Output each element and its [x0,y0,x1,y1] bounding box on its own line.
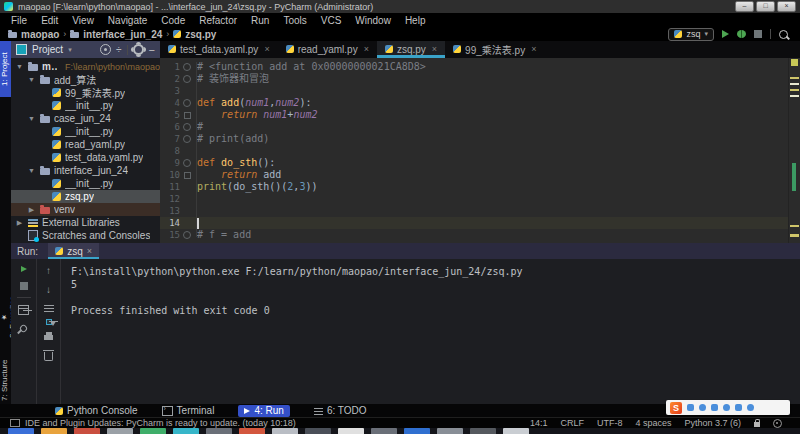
gutter-fold-column[interactable] [180,169,194,181]
run-configuration-select[interactable]: zsq ▾ [668,28,714,41]
code-editor[interactable]: 1# <function add at 0x00000000021CA8D8>2… [160,58,788,243]
editor-tab[interactable]: 99_乘法表.py× [445,41,544,58]
warning-mark[interactable] [790,83,799,85]
taskbar-item[interactable] [173,428,199,434]
menu-item-code[interactable]: Code [154,15,192,26]
notification-window-icon[interactable] [10,419,20,427]
tree-expand-icon[interactable]: ▼ [27,76,36,83]
emoji-icon[interactable] [711,404,718,411]
menu-item-file[interactable]: File [4,15,34,26]
tree-expand-icon[interactable]: ▼ [15,63,24,70]
caret-position[interactable]: 14:1 [530,418,548,428]
fold-marker-icon[interactable] [183,123,191,131]
mic-icon[interactable] [723,404,730,411]
status-message[interactable]: IDE and Plugin Updates: PyCharm is ready… [25,418,296,428]
line-number[interactable]: 7 [160,133,180,145]
tool-button-6-todo[interactable]: 6: TODO [314,405,367,416]
gutter-fold-column[interactable] [180,157,194,169]
tree-item[interactable]: test_data.yaml.py [11,151,160,164]
run-button[interactable] [722,30,729,38]
line-number[interactable]: 2 [160,73,180,85]
line-number[interactable]: 5 [160,109,180,121]
gutter-fold-column[interactable] [180,133,194,145]
editor-tab[interactable]: zsq.py× [377,41,445,58]
line-number[interactable]: 4 [160,97,180,109]
tree-item[interactable]: ▼interface_jun_24 [11,164,160,177]
taskbar-item[interactable] [8,428,34,434]
tree-item[interactable]: __init__.py [11,125,160,138]
taskbar-item[interactable] [107,428,133,434]
vcs-change-mark[interactable] [792,163,796,191]
taskbar-item[interactable] [338,428,364,434]
warning-mark[interactable] [790,225,799,227]
debug-button[interactable] [737,30,746,38]
menu-item-vcs[interactable]: VCS [314,15,349,26]
maximize-button[interactable]: □ [756,1,775,12]
tree-item[interactable]: __init__.py [11,99,160,112]
file-encoding[interactable]: UTF-8 [597,418,623,428]
toolbox-icon[interactable] [747,404,754,411]
event-log-icon[interactable] [773,419,782,428]
gutter-fold-column[interactable] [180,61,194,73]
tree-item[interactable]: Scratches and Consoles [11,229,160,242]
menu-item-run[interactable]: Run [244,15,276,26]
python-interpreter[interactable]: Python 3.7 (6) [684,418,741,428]
line-number[interactable]: 8 [160,145,180,157]
menu-item-window[interactable]: Window [348,15,398,26]
gutter-fold-column[interactable] [180,97,194,109]
stop-icon[interactable] [20,282,28,290]
taskbar-item[interactable] [371,428,397,434]
restore-layout-icon[interactable] [18,305,29,315]
taskbar-item[interactable] [272,428,298,434]
collapse-all-icon[interactable]: ÷ [116,45,122,55]
fold-marker-icon[interactable] [183,75,191,83]
editor-tab[interactable]: test_data.yaml.py× [160,41,278,58]
line-number[interactable]: 11 [160,181,180,193]
gutter-fold-column[interactable] [180,121,194,133]
pin-icon[interactable] [19,324,29,334]
taskbar-item[interactable] [74,428,100,434]
lock-icon[interactable] [754,422,760,427]
editor-error-stripe[interactable] [788,58,800,243]
tree-item[interactable]: 99_乘法表.py [11,86,160,99]
breadcrumb-item[interactable]: interface_jun_24 [70,29,162,40]
fold-marker-icon[interactable] [183,99,191,107]
tool-button-structure[interactable]: 7: Structure [0,352,11,408]
indent-style[interactable]: 4 spaces [635,418,671,428]
warning-mark[interactable] [790,234,799,237]
project-panel-title[interactable]: Project [32,44,63,55]
breadcrumb-item[interactable]: zsq.py [173,29,216,40]
line-number[interactable]: 13 [160,205,180,217]
stop-button[interactable] [754,30,762,38]
taskbar-item[interactable] [404,428,430,434]
up-arrow-icon[interactable]: ↑ [46,266,51,275]
line-number[interactable]: 10 [160,169,180,181]
gutter-fold-column[interactable] [180,205,194,217]
close-icon[interactable]: × [432,44,437,54]
close-icon[interactable]: × [264,44,269,54]
tree-item[interactable]: read_yaml.py [11,138,160,151]
run-tab-zsq[interactable]: zsq × [48,243,99,259]
lang-toggle-icon[interactable] [687,404,694,411]
menu-item-help[interactable]: Help [398,15,433,26]
taskbar-item[interactable] [206,428,232,434]
line-separator[interactable]: CRLF [560,418,584,428]
close-icon[interactable]: × [364,44,369,54]
menu-item-tools[interactable]: Tools [276,15,313,26]
fold-marker-icon[interactable] [183,159,191,167]
tree-expand-icon[interactable]: ▼ [27,167,36,174]
minimize-button[interactable]: – [735,1,754,12]
scroll-to-end-toggle[interactable] [46,319,52,325]
punctuation-icon[interactable] [699,404,706,411]
taskbar-item[interactable] [305,428,331,434]
gutter-fold-column[interactable] [180,145,194,157]
soft-wrap-icon[interactable] [44,304,54,312]
line-number[interactable]: 1 [160,61,180,73]
tool-button-favorites[interactable]: ★ 2: Favorites [0,288,11,346]
close-icon[interactable]: × [531,44,536,54]
keyboard-icon[interactable] [735,404,742,411]
tool-button-project[interactable]: 1: Project [0,41,11,97]
taskbar-item[interactable] [437,428,463,434]
fold-marker-icon[interactable] [183,63,191,71]
gutter-fold-column[interactable] [180,181,194,193]
